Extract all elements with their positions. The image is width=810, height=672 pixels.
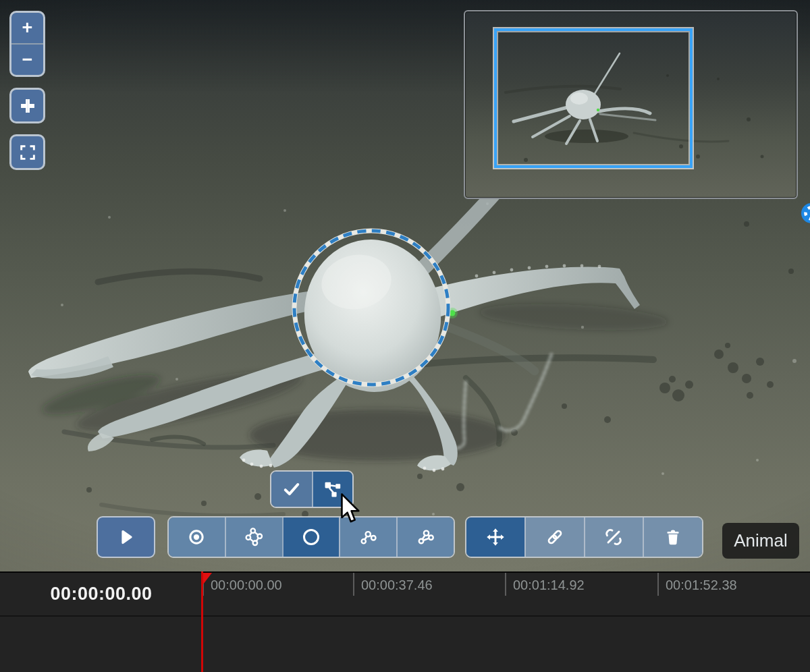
compress-icon (18, 96, 37, 115)
line-icon (416, 527, 436, 547)
center-view-button[interactable] (9, 88, 45, 123)
tool-link-button[interactable] (524, 517, 584, 557)
current-time-display: 00:00:00.00 (0, 573, 202, 615)
point-icon (186, 527, 207, 547)
minimap-viewport[interactable] (494, 28, 693, 168)
play-button[interactable] (97, 516, 155, 558)
tool-point-button[interactable] (169, 517, 225, 557)
class-label-text: Animal (734, 530, 787, 551)
check-icon (281, 479, 302, 499)
timeline-tick-label: 00:01:52.38 (666, 578, 737, 593)
tool-circle-button[interactable] (282, 517, 340, 557)
play-icon (116, 527, 136, 547)
trash-icon (664, 528, 682, 547)
shape-tool-group (167, 516, 455, 558)
timeline-tick-label: 00:01:14.92 (513, 578, 585, 593)
polygon-icon (244, 527, 264, 547)
class-label-chip[interactable]: Animal (722, 523, 799, 559)
expand-icon (18, 143, 37, 162)
timeline-tick (353, 573, 354, 596)
playhead[interactable] (201, 571, 203, 672)
tool-line-button[interactable] (396, 517, 454, 557)
tool-move-button[interactable] (466, 517, 524, 557)
timeline[interactable]: 00:00:00.00 00:00:00.0000:00:37.4600:01:… (0, 571, 810, 672)
plus-icon: + (22, 19, 33, 37)
tool-delete-button[interactable] (643, 517, 702, 557)
move-icon (485, 527, 506, 547)
confirm-button[interactable] (271, 472, 312, 507)
timeline-tick (505, 573, 506, 596)
polyline-icon (358, 527, 379, 547)
timeline-tick-label: 00:00:00.00 (211, 578, 282, 593)
video-annotator: + − (0, 0, 810, 672)
loading-spinner (799, 201, 810, 225)
zoom-in-button[interactable]: + (11, 13, 43, 45)
fullscreen-button[interactable] (9, 134, 45, 170)
unlink-icon (603, 527, 624, 547)
cursor-arrow (341, 493, 364, 526)
zoom-control-group: + − (9, 11, 45, 77)
tool-unlink-button[interactable] (584, 517, 643, 557)
link-icon (545, 527, 565, 547)
edit-tool-group (465, 516, 703, 558)
timeline-divider (0, 615, 810, 617)
zoom-out-button[interactable]: − (11, 45, 43, 75)
timeline-tick (657, 573, 659, 596)
tool-polygon-button[interactable] (225, 517, 282, 557)
timeline-tick-label: 00:00:37.46 (361, 578, 433, 593)
minus-icon: − (22, 51, 33, 69)
minimap[interactable] (464, 10, 798, 199)
circle-icon (301, 527, 321, 547)
